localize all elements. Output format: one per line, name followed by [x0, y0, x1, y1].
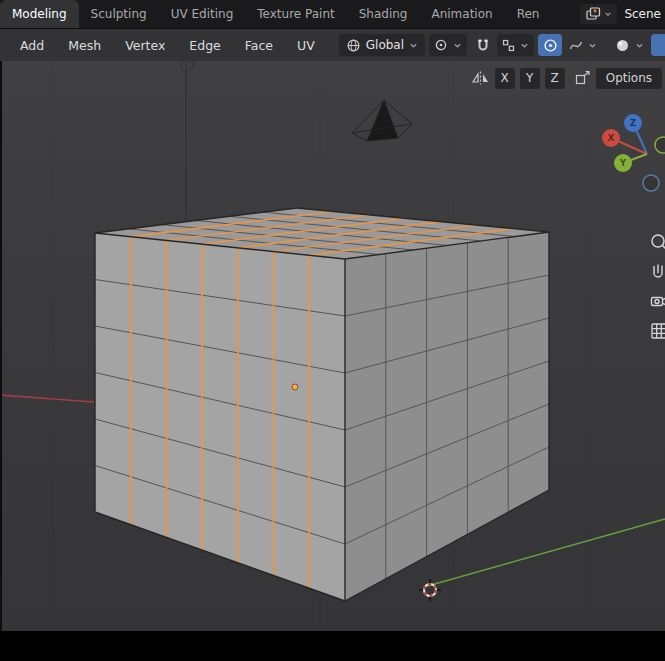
globe-icon [346, 38, 361, 53]
menu-vertex[interactable]: Vertex [113, 38, 177, 53]
mirror-x-button[interactable]: X [495, 68, 515, 89]
xray-toggle-button[interactable] [651, 34, 665, 56]
orientation-value: Global [366, 38, 404, 52]
workspace-tab-texture-paint[interactable]: Texture Paint [245, 0, 346, 28]
viewport-nav-icons [648, 233, 665, 353]
chevron-down-icon [588, 41, 597, 50]
shading-dropdown[interactable] [611, 34, 648, 56]
pivot-icon [434, 38, 448, 52]
mirror-icon [471, 70, 490, 86]
chevron-down-icon [409, 41, 418, 50]
chevron-down-icon [604, 10, 612, 18]
mirror-z-button[interactable]: Z [545, 68, 565, 89]
topbar: Modeling Sculpting UV Editing Texture Pa… [0, 0, 665, 28]
camera-view-icon[interactable] [652, 298, 665, 306]
magnet-icon [475, 38, 491, 53]
grid-ortho-icon[interactable] [652, 324, 665, 338]
scene-selector: Scene [580, 0, 665, 28]
workspace-tab-shading[interactable]: Shading [347, 0, 420, 28]
snap-target-dropdown[interactable] [497, 34, 534, 56]
proportional-editing-toggle[interactable] [538, 34, 562, 56]
chevron-down-icon [520, 41, 529, 50]
transform-orientation-dropdown[interactable]: Global [339, 34, 425, 56]
menu-edge[interactable]: Edge [177, 38, 232, 53]
menu-face[interactable]: Face [233, 38, 285, 53]
chevron-down-icon [635, 41, 644, 50]
chevron-down-icon [453, 41, 462, 50]
menu-uv[interactable]: UV [285, 38, 327, 53]
workspace-tab-animation[interactable]: Animation [419, 0, 504, 28]
falloff-dropdown[interactable] [564, 34, 602, 56]
blender-window: Modeling Sculpting UV Editing Texture Pa… [0, 0, 665, 661]
shading-sphere-icon [615, 38, 630, 53]
scene-browse-button[interactable] [580, 4, 617, 24]
snap-project-icon [574, 70, 591, 86]
svg-text:Z: Z [630, 118, 637, 128]
viewport-display-controls [611, 34, 665, 56]
viewport-scene: ZXY [0, 61, 665, 631]
tool-settings-overlay: X Y Z Options [471, 67, 662, 89]
proportional-editing-icon [543, 38, 558, 53]
viewport-3d[interactable]: ZXY X Y Z Options [0, 61, 665, 631]
svg-text:Y: Y [619, 158, 627, 168]
options-button[interactable]: Options [596, 68, 662, 89]
workspace-tab-uv-editing[interactable]: UV Editing [159, 0, 246, 28]
snap-toggle-button[interactable] [471, 34, 495, 56]
zoom-icon[interactable] [652, 235, 665, 250]
workspace-tab-rendering[interactable]: Ren [505, 0, 552, 28]
menu-add[interactable]: Add [8, 38, 56, 53]
scene-icon [585, 6, 601, 22]
workspace-tab-modeling[interactable]: Modeling [0, 0, 79, 28]
snap-increment-icon [502, 39, 515, 52]
pivot-point-dropdown[interactable] [429, 34, 467, 56]
viewport-header: Add Mesh Vertex Edge Face UV Global [0, 28, 665, 61]
menu-mesh[interactable]: Mesh [56, 38, 113, 53]
workspace-tab-sculpting[interactable]: Sculpting [79, 0, 159, 28]
svg-text:X: X [608, 133, 615, 143]
status-bar [0, 631, 665, 661]
move-view-icon[interactable] [654, 265, 662, 278]
falloff-curve-icon [569, 38, 583, 52]
mirror-y-button[interactable]: Y [520, 68, 540, 89]
viewport-left-edge [0, 61, 2, 631]
scene-name-label: Scene [624, 7, 661, 21]
